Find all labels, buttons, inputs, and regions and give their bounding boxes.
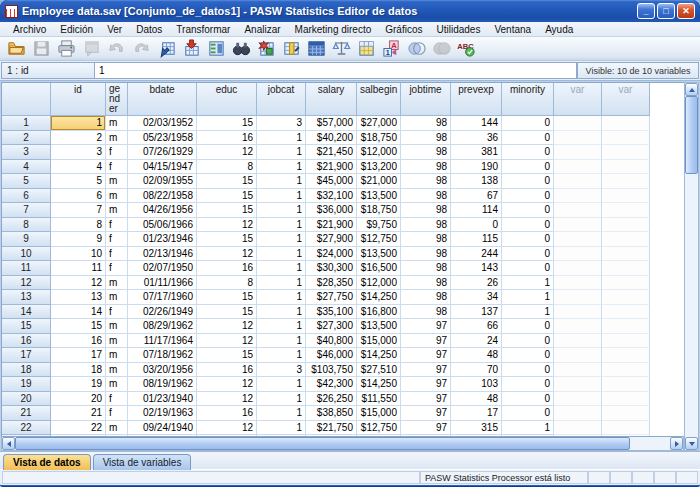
cell-r9-id[interactable]: 9 — [51, 232, 106, 247]
scroll-right-button[interactable] — [670, 437, 683, 450]
cell-r8-prevexp[interactable]: 0 — [451, 218, 502, 233]
cell-r12-bdate[interactable]: 01/11/1966 — [128, 276, 197, 291]
cell-r21-gender[interactable]: f — [106, 406, 128, 421]
scroll-up-button[interactable] — [685, 83, 698, 96]
cell-r20-salary[interactable]: $26,250 — [306, 392, 357, 407]
cell-r21-var2[interactable] — [602, 406, 650, 421]
cell-r8-salary[interactable]: $21,900 — [306, 218, 357, 233]
row-header-10[interactable]: 10 — [2, 247, 51, 262]
cell-r22-id[interactable]: 22 — [51, 421, 106, 436]
menu-archivo[interactable]: Archivo — [6, 24, 53, 35]
cell-r19-prevexp[interactable]: 103 — [451, 377, 502, 392]
select-cases-button[interactable] — [354, 38, 378, 59]
cell-r8-var1[interactable] — [554, 218, 602, 233]
cell-r20-id[interactable]: 20 — [51, 392, 106, 407]
scroll-down-button[interactable] — [685, 437, 698, 450]
row-header-17[interactable]: 17 — [2, 348, 51, 363]
cell-r10-salary[interactable]: $24,000 — [306, 247, 357, 262]
cell-r3-minority[interactable]: 0 — [502, 145, 554, 160]
cell-r8-jobcat[interactable]: 1 — [257, 218, 306, 233]
cell-r9-gender[interactable]: f — [106, 232, 128, 247]
cell-r17-educ[interactable]: 15 — [197, 348, 257, 363]
cell-r21-educ[interactable]: 16 — [197, 406, 257, 421]
cell-r10-jobcat[interactable]: 1 — [257, 247, 306, 262]
cell-r8-educ[interactable]: 12 — [197, 218, 257, 233]
cell-r4-minority[interactable]: 0 — [502, 160, 554, 175]
cell-r4-jobtime[interactable]: 98 — [401, 160, 451, 175]
cell-r5-id[interactable]: 5 — [51, 174, 106, 189]
menu-ver[interactable]: Ver — [100, 24, 129, 35]
cell-r8-minority[interactable]: 0 — [502, 218, 554, 233]
cell-r10-minority[interactable]: 0 — [502, 247, 554, 262]
cell-r4-gender[interactable]: f — [106, 160, 128, 175]
menu-utilidades[interactable]: Utilidades — [429, 24, 487, 35]
menu-transformar[interactable]: Transformar — [169, 24, 237, 35]
weight-cases-button[interactable] — [329, 38, 353, 59]
row-header-16[interactable]: 16 — [2, 334, 51, 349]
column-header-educ[interactable]: educ — [197, 83, 257, 116]
menu-ventana[interactable]: Ventana — [487, 24, 538, 35]
cell-r14-jobtime[interactable]: 98 — [401, 305, 451, 320]
undo-button[interactable] — [104, 38, 128, 59]
vertical-scrollbar[interactable] — [684, 82, 699, 451]
cell-r14-var1[interactable] — [554, 305, 602, 320]
cell-r10-id[interactable]: 10 — [51, 247, 106, 262]
cell-r16-bdate[interactable]: 11/17/1964 — [128, 334, 197, 349]
minimize-button[interactable]: _ — [637, 3, 655, 19]
cell-r11-bdate[interactable]: 02/07/1950 — [128, 261, 197, 276]
cell-r20-var2[interactable] — [602, 392, 650, 407]
cell-r4-salbegin[interactable]: $13,200 — [357, 160, 401, 175]
cell-r9-minority[interactable]: 0 — [502, 232, 554, 247]
cell-r13-salary[interactable]: $27,750 — [306, 290, 357, 305]
cell-r2-gender[interactable]: m — [106, 131, 128, 146]
column-header-salary[interactable]: salary — [306, 83, 357, 116]
cell-r15-jobcat[interactable]: 1 — [257, 319, 306, 334]
cell-r14-minority[interactable]: 1 — [502, 305, 554, 320]
column-header-var-10[interactable]: var — [554, 83, 602, 116]
cell-r3-var2[interactable] — [602, 145, 650, 160]
menu-marketing-directo[interactable]: Marketing directo — [288, 24, 379, 35]
cell-r17-salbegin[interactable]: $14,250 — [357, 348, 401, 363]
cell-r7-jobtime[interactable]: 98 — [401, 203, 451, 218]
cell-r20-educ[interactable]: 12 — [197, 392, 257, 407]
cell-r10-gender[interactable]: f — [106, 247, 128, 262]
cell-r11-salbegin[interactable]: $16,500 — [357, 261, 401, 276]
cell-r5-prevexp[interactable]: 138 — [451, 174, 502, 189]
cell-r16-salary[interactable]: $40,800 — [306, 334, 357, 349]
column-header-jobtime[interactable]: jobtime — [401, 83, 451, 116]
column-header-gender[interactable]: gender — [106, 83, 128, 116]
cell-r1-bdate[interactable]: 02/03/1952 — [128, 116, 197, 131]
cell-r1-jobtime[interactable]: 98 — [401, 116, 451, 131]
tab-data-view[interactable]: Vista de datos — [3, 454, 91, 470]
cell-r15-bdate[interactable]: 08/29/1962 — [128, 319, 197, 334]
cell-r23-jobtime[interactable]: 97 — [401, 435, 451, 436]
cell-r12-prevexp[interactable]: 26 — [451, 276, 502, 291]
cell-r23-educ[interactable]: 15 — [197, 435, 257, 436]
show-all-variables-button[interactable] — [429, 38, 453, 59]
cell-r12-salbegin[interactable]: $12,000 — [357, 276, 401, 291]
cell-r11-var2[interactable] — [602, 261, 650, 276]
cell-r7-salbegin[interactable]: $18,750 — [357, 203, 401, 218]
cell-r17-bdate[interactable]: 07/18/1962 — [128, 348, 197, 363]
cell-r3-jobcat[interactable]: 1 — [257, 145, 306, 160]
grid-corner[interactable] — [2, 83, 51, 116]
cell-r13-jobcat[interactable]: 1 — [257, 290, 306, 305]
cell-r7-salary[interactable]: $36,000 — [306, 203, 357, 218]
cell-r19-salbegin[interactable]: $14,250 — [357, 377, 401, 392]
cell-r22-gender[interactable]: m — [106, 421, 128, 436]
cell-r23-var1[interactable] — [554, 435, 602, 436]
cell-r17-jobtime[interactable]: 97 — [401, 348, 451, 363]
cell-r19-var2[interactable] — [602, 377, 650, 392]
cell-r11-educ[interactable]: 16 — [197, 261, 257, 276]
cell-r16-gender[interactable]: m — [106, 334, 128, 349]
row-header-2[interactable]: 2 — [2, 131, 51, 146]
row-header-3[interactable]: 3 — [2, 145, 51, 160]
cell-r14-educ[interactable]: 15 — [197, 305, 257, 320]
cell-r23-salary[interactable]: $24,000 — [306, 435, 357, 436]
cell-r15-id[interactable]: 15 — [51, 319, 106, 334]
cell-r15-var2[interactable] — [602, 319, 650, 334]
cell-r9-jobtime[interactable]: 98 — [401, 232, 451, 247]
cell-r9-var2[interactable] — [602, 232, 650, 247]
cell-r14-prevexp[interactable]: 137 — [451, 305, 502, 320]
cell-r2-minority[interactable]: 0 — [502, 131, 554, 146]
